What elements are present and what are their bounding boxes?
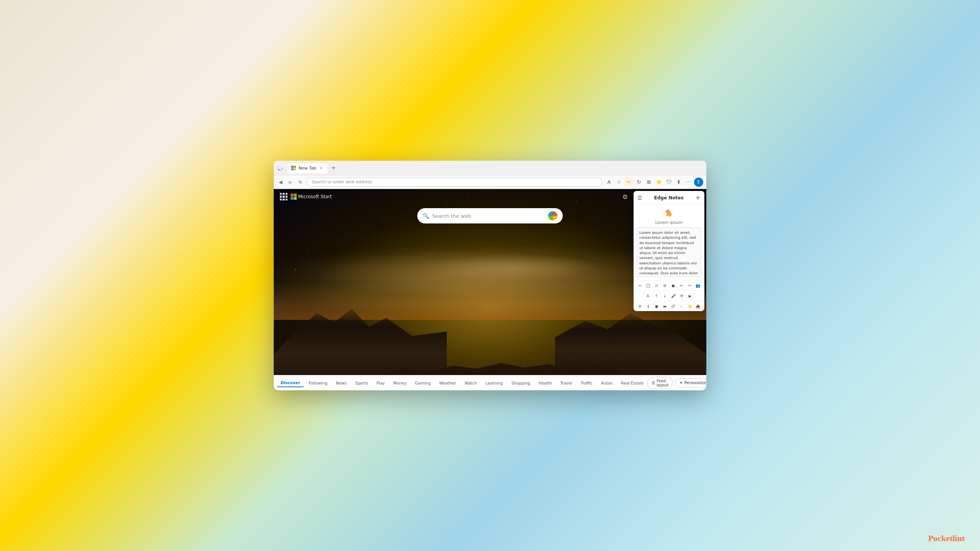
edge-browser-icon xyxy=(277,165,283,171)
copy-icon[interactable]: 📋 xyxy=(645,282,652,289)
notes-add-button[interactable]: + xyxy=(696,194,701,201)
info-icon[interactable]: ℹ xyxy=(645,303,652,310)
redo-icon[interactable]: ↪ xyxy=(686,282,693,289)
circle-icon[interactable]: ⊙ xyxy=(653,282,660,289)
tab-health[interactable]: Health xyxy=(535,379,555,387)
tab-weather[interactable]: Weather xyxy=(435,379,460,387)
link-icon[interactable]: 🔗 xyxy=(670,303,677,310)
notes-note-icon xyxy=(634,205,704,220)
eye-icon[interactable]: 👁 xyxy=(678,292,685,299)
bing-logo xyxy=(548,211,557,220)
notes-textarea[interactable]: Lorem ipsum dolor sit amet, consectetur … xyxy=(637,227,701,277)
ms-logo[interactable]: Microsoft Start xyxy=(291,194,332,200)
feed-layout-label: Feed layout xyxy=(657,379,668,387)
personalize-button[interactable]: ✦ Personalize xyxy=(675,378,706,387)
profile-icon[interactable]: E xyxy=(694,178,703,187)
undo-icon[interactable]: ↩ xyxy=(678,282,685,289)
tab-real-estate[interactable]: Real Estate xyxy=(617,379,647,387)
tab-travel[interactable]: Travel xyxy=(556,379,576,387)
tab-shopping[interactable]: Shopping xyxy=(508,379,534,387)
svg-rect-0 xyxy=(291,166,294,168)
font-size-icon[interactable]: A xyxy=(604,178,614,187)
share-icon[interactable]: 📤 xyxy=(694,303,701,310)
personalize-label: Personalize xyxy=(684,381,706,385)
browser-content: Microsoft Start 🔍 Search the web ⚙ ☰ Edg… xyxy=(274,189,706,390)
tab-discover[interactable]: Discover xyxy=(277,379,304,387)
notes-header: ☰ Edge Notes + xyxy=(634,191,704,205)
new-tab-button[interactable]: + xyxy=(329,163,338,173)
download-icon[interactable]: ⬇ xyxy=(674,178,683,187)
users-icon[interactable]: 👥 xyxy=(694,282,701,289)
bottom-navigation: Discover Following News Sports Play Mone… xyxy=(274,375,706,390)
refresh-tb-icon[interactable]: ↻ xyxy=(634,178,644,187)
ms-logo-squares xyxy=(291,194,297,200)
active-tab[interactable]: New Tab × xyxy=(287,163,328,173)
tab-money[interactable]: Money xyxy=(389,379,410,387)
dot-icon[interactable]: ● xyxy=(653,303,660,310)
notes-toolbar-row-2: A ↑ ↓ 🎤 👁 ▶ xyxy=(634,290,704,301)
address-text: Search or enter web address xyxy=(312,179,372,184)
watermark-prefix: Pocket xyxy=(928,533,953,543)
tab-news[interactable]: News xyxy=(332,379,350,387)
tab-close-button[interactable]: × xyxy=(318,165,324,171)
minus-icon[interactable]: ▬ xyxy=(662,303,668,310)
ms-start-label: Microsoft Start xyxy=(298,194,332,199)
window-controls xyxy=(277,165,283,171)
search-placeholder: Search the web xyxy=(432,213,545,219)
personalize-icon: ✦ xyxy=(679,380,683,385)
search-bar[interactable]: 🔍 Search the web xyxy=(417,208,563,223)
settings2-icon[interactable]: ⚙ xyxy=(662,282,668,289)
nav-tabs: Discover Following News Sports Play Mone… xyxy=(277,379,647,387)
increase-icon[interactable]: ↑ xyxy=(653,292,660,299)
refresh-button[interactable]: ↻ xyxy=(297,178,304,186)
pencil-icon xyxy=(664,208,675,218)
decrease-icon[interactable]: ↓ xyxy=(662,292,668,299)
mic-icon[interactable]: 🎤 xyxy=(670,292,677,299)
tab-play[interactable]: Play xyxy=(372,379,389,387)
star-icon[interactable]: ⭐ xyxy=(686,303,693,310)
browser-window: New Tab × + ◀ ▶ ↻ Search or enter web ad… xyxy=(274,161,706,390)
svg-rect-3 xyxy=(294,168,296,170)
settings-gear-button[interactable]: ⚙ xyxy=(621,192,630,201)
layout-icon: ☰ xyxy=(652,381,655,385)
back-button[interactable]: ◀ xyxy=(277,178,284,186)
settings3-icon[interactable]: ⚙ xyxy=(637,303,644,310)
gear-icon: ⚙ xyxy=(622,193,628,201)
tab-traffic[interactable]: Traffic xyxy=(577,379,597,387)
tab-learning[interactable]: Learning xyxy=(482,379,507,387)
chevron-right-icon[interactable]: › xyxy=(678,303,685,310)
tab-sports[interactable]: Sports xyxy=(351,379,372,387)
browser-toolbar: A ☆ ✏ ↻ ⊞ ⭐ 🛡 ⬇ ··· E xyxy=(604,178,703,187)
favorites-icon[interactable]: ☆ xyxy=(614,178,624,187)
tab-favicon xyxy=(291,165,296,171)
more-options-icon[interactable]: ··· xyxy=(684,178,693,187)
notes-panel-title: Edge Notes xyxy=(642,195,696,201)
address-input[interactable]: Search or enter web address xyxy=(307,178,602,187)
notes-menu-button[interactable]: ☰ xyxy=(637,195,642,201)
cut-icon[interactable]: ✂ xyxy=(637,282,644,289)
tab-following[interactable]: Following xyxy=(305,379,331,387)
ms-grid-icon[interactable] xyxy=(280,193,287,201)
bottom-actions: ☰ Feed layout ✦ Personalize xyxy=(647,377,706,389)
edit-icon[interactable]: ✏ xyxy=(624,178,634,187)
shield-icon[interactable]: 🛡 xyxy=(664,178,673,187)
search-magnifier-icon: 🔍 xyxy=(423,213,429,219)
notes-note-title: Lorem ipsum xyxy=(634,220,704,227)
notes-toolbar-row-1: ✂ 📋 ⊙ ⚙ ◼ ↩ ↪ 👥 xyxy=(634,280,704,290)
tab-gaming[interactable]: Gaming xyxy=(411,379,434,387)
feed-layout-button[interactable]: ☰ Feed layout xyxy=(647,377,673,389)
pocketlint-watermark: Pocketlint xyxy=(928,533,965,543)
font-icon[interactable]: A xyxy=(645,292,652,299)
block-icon[interactable]: ◼ xyxy=(670,282,677,289)
forward-button[interactable]: ▶ xyxy=(287,178,294,186)
address-bar: ◀ ▶ ↻ Search or enter web address A ☆ ✏ … xyxy=(274,175,706,189)
chrome-bar: New Tab × + xyxy=(274,161,706,175)
notes-toolbar-row-3: ⚙ ℹ ● ▬ 🔗 › ⭐ 📤 xyxy=(634,301,704,311)
split-view-icon[interactable]: ⊞ xyxy=(644,178,653,187)
play-icon[interactable]: ▶ xyxy=(687,292,694,299)
tab-autos[interactable]: Autos xyxy=(597,379,616,387)
favorites-tb-icon[interactable]: ⭐ xyxy=(654,178,663,187)
tab-watch[interactable]: Watch xyxy=(461,379,481,387)
watermark-suffix: int xyxy=(955,533,965,543)
edge-notes-panel: ☰ Edge Notes + Lorem ipsum Lorem ipsum d… xyxy=(634,191,704,311)
